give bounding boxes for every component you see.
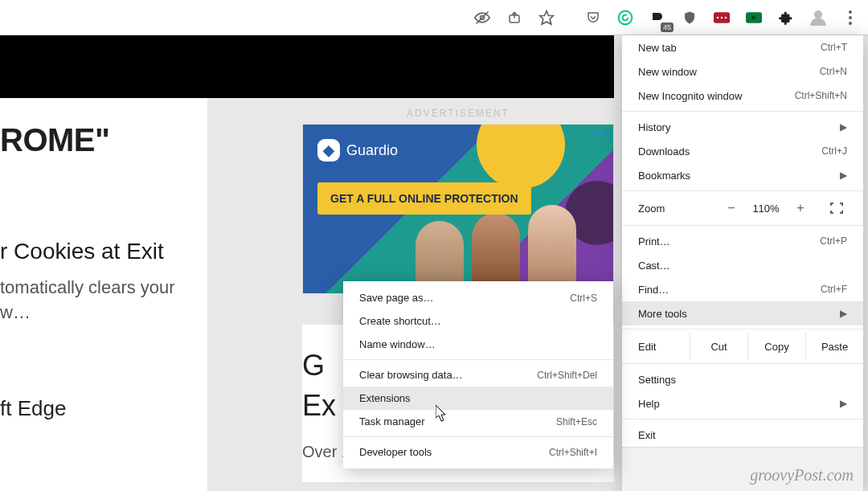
menu-cast[interactable]: Cast… — [622, 253, 863, 277]
article-subheading: r Cookies at Exit — [0, 239, 203, 264]
submenu-dev-tools[interactable]: Developer toolsCtrl+Shift+I — [343, 440, 613, 464]
submenu-task-manager[interactable]: Task managerShift+Esc — [343, 410, 613, 433]
menu-print[interactable]: Print…Ctrl+P — [622, 229, 863, 253]
svg-point-4 — [619, 10, 633, 24]
chevron-right-icon: ▶ — [840, 308, 847, 319]
adchoices-icon[interactable]: ▷ ✕ — [594, 128, 610, 138]
chevron-right-icon: ▶ — [840, 121, 847, 133]
kebab-menu-button[interactable] — [839, 6, 862, 29]
lastpass-icon[interactable] — [710, 6, 733, 29]
star-icon[interactable] — [535, 6, 558, 29]
edit-copy-button[interactable]: Copy — [747, 333, 805, 360]
svg-point-13 — [849, 16, 852, 19]
page-left-column: ROME" r Cookies at Exit tomatically clea… — [0, 98, 207, 491]
profile-avatar-icon[interactable] — [807, 6, 829, 29]
menu-exit[interactable]: Exit — [622, 423, 863, 447]
shield-icon: ◆ — [317, 139, 340, 162]
svg-point-11 — [814, 10, 822, 18]
ad-cta-button[interactable]: GET A FULL ONLINE PROTECTION — [317, 182, 531, 215]
menu-downloads[interactable]: DownloadsCtrl+J — [622, 139, 863, 163]
svg-point-7 — [721, 16, 723, 18]
browser-toolbar: 45 — [0, 0, 868, 35]
edit-cut-button[interactable]: Cut — [690, 333, 747, 360]
menu-incognito[interactable]: New Incognito windowCtrl+Shift+N — [622, 84, 863, 108]
extensions-puzzle-icon[interactable] — [775, 6, 797, 29]
zoom-out-button[interactable]: − — [717, 201, 746, 215]
menu-edit-row: Edit Cut Copy Paste — [622, 333, 863, 360]
svg-point-8 — [725, 16, 727, 18]
fullscreen-icon[interactable] — [826, 201, 847, 215]
menu-find[interactable]: Find…Ctrl+F — [622, 277, 863, 301]
menu-new-window[interactable]: New windowCtrl+N — [622, 59, 863, 84]
grammarly-icon[interactable] — [614, 6, 637, 29]
menu-settings[interactable]: Settings — [622, 367, 863, 391]
submenu-create-shortcut[interactable]: Create shortcut… — [343, 309, 613, 333]
svg-marker-3 — [540, 10, 554, 24]
more-tools-submenu: Save page as…Ctrl+S Create shortcut… Nam… — [343, 281, 613, 468]
menu-history[interactable]: History▶ — [622, 115, 863, 139]
menu-zoom: Zoom − 110% + — [622, 194, 863, 222]
svg-point-6 — [717, 16, 719, 18]
edit-paste-button[interactable]: Paste — [805, 333, 863, 360]
chrome-main-menu: New tabCtrl+T New windowCtrl+N New Incog… — [622, 35, 863, 491]
ad-label: ADVERTISEMENT — [305, 108, 611, 119]
zoom-in-button[interactable]: + — [786, 201, 815, 215]
chevron-right-icon: ▶ — [840, 398, 847, 409]
submenu-save-page[interactable]: Save page as…Ctrl+S — [343, 286, 613, 309]
zoom-value: 110% — [746, 203, 786, 215]
submenu-clear-data[interactable]: Clear browsing data…Ctrl+Shift+Del — [343, 363, 613, 387]
chevron-right-icon: ▶ — [840, 170, 847, 181]
share-icon[interactable] — [503, 6, 526, 29]
page-black-band — [0, 35, 614, 98]
menu-bookmarks[interactable]: Bookmarks▶ — [622, 163, 863, 187]
menu-help[interactable]: Help▶ — [622, 391, 863, 415]
edge-heading: ft Edge — [0, 396, 203, 421]
svg-point-12 — [849, 10, 852, 14]
menu-more-tools[interactable]: More tools▶ — [622, 301, 863, 325]
dark-reader-icon[interactable]: 45 — [646, 6, 669, 29]
article-paragraph: tomatically clears your w… — [0, 276, 203, 325]
menu-new-tab[interactable]: New tabCtrl+T — [622, 35, 863, 59]
badge-count: 45 — [661, 23, 674, 32]
watermark: groovyPost.com — [750, 466, 854, 485]
ad-brand: ◆Guardio — [317, 139, 398, 162]
ad-banner[interactable]: ◆Guardio GET A FULL ONLINE PROTECTION ▷ … — [302, 124, 614, 294]
ublock-icon[interactable] — [678, 6, 701, 29]
submenu-name-window[interactable]: Name window… — [343, 333, 613, 356]
submenu-extensions[interactable]: Extensions — [343, 387, 613, 410]
pocket-icon[interactable] — [582, 6, 604, 29]
mouse-cursor-icon — [436, 405, 448, 423]
svg-point-14 — [849, 22, 852, 25]
svg-marker-15 — [436, 405, 445, 421]
green-app-icon[interactable] — [743, 6, 765, 29]
article-title-fragment: ROME" — [0, 122, 203, 158]
eye-off-icon[interactable] — [471, 6, 493, 29]
